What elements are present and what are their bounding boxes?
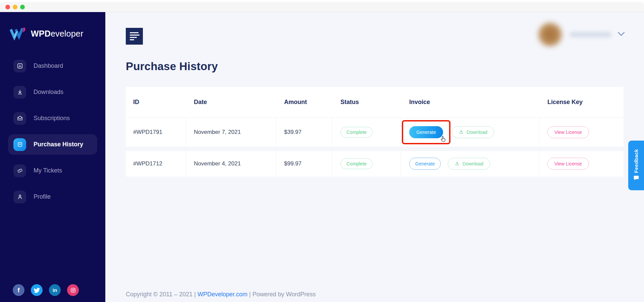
order-id: #WPD1712: [126, 151, 186, 177]
license-actions: View License: [539, 151, 624, 177]
profile-icon: [13, 191, 26, 203]
download-icon: [454, 161, 460, 167]
table-row: #WPD1791 November 7, 2021 $39.97 Complet…: [126, 118, 624, 147]
order-status: Complete: [332, 118, 401, 147]
feedback-label: Feedback: [633, 149, 639, 173]
sidebar-item-profile[interactable]: Profile: [8, 187, 97, 207]
close-window-button[interactable]: [5, 5, 10, 9]
sidebar-item-label: My Tickets: [34, 167, 62, 174]
footer: Copyright © 2011 – 2021 | WPDeveloper.co…: [126, 291, 316, 298]
brand-logo[interactable]: WPDeveloper: [9, 26, 105, 42]
download-icon: [459, 129, 464, 136]
avatar: [537, 21, 564, 48]
window: WPDeveloper Dashboard: [0, 2, 644, 302]
social-links: f in: [0, 284, 105, 302]
mouse-cursor-icon: [440, 135, 446, 144]
column-header-id: ID: [126, 87, 186, 117]
macos-titlebar: [0, 2, 644, 12]
linkedin-icon[interactable]: in: [49, 284, 61, 296]
table-header-row: ID Date Amount Status Invoice License Ke…: [126, 87, 624, 118]
user-name-blurred: [570, 32, 611, 37]
column-header-status: Status: [332, 87, 401, 117]
sidebar-item-label: Downloads: [34, 89, 63, 96]
order-date: November 4, 2021: [186, 151, 276, 177]
sidebar-toggle-button[interactable]: [126, 28, 143, 45]
sidebar-item-label: Purchase History: [34, 141, 83, 148]
facebook-icon[interactable]: f: [13, 284, 24, 296]
column-header-amount: Amount: [276, 87, 332, 117]
license-actions: View License: [539, 118, 624, 147]
sidebar-item-downloads[interactable]: Downloads: [8, 82, 97, 102]
powered-by-text: | Powered by WordPress: [248, 291, 316, 298]
sidebar-item-subscriptions[interactable]: Subscriptions: [8, 108, 97, 129]
dashboard-icon: [13, 60, 26, 72]
order-amount: $39.97: [276, 118, 332, 147]
sidebar-item-purchase-history[interactable]: Purchase History: [8, 134, 97, 155]
column-header-invoice: Invoice: [401, 87, 539, 117]
sidebar-item-label: Profile: [34, 193, 51, 200]
twitter-icon[interactable]: [31, 284, 43, 296]
column-header-date: Date: [186, 87, 276, 117]
highlight-annotation-box: Generate: [402, 120, 450, 144]
order-date: November 7, 2021: [186, 118, 276, 147]
purchase-history-icon: [13, 138, 26, 151]
brand-name: WPDeveloper: [31, 29, 83, 39]
sidebar-menu: Dashboard Downloads: [0, 56, 105, 213]
user-account-menu[interactable]: [537, 16, 625, 53]
invoice-actions: Generate Download: [401, 151, 539, 177]
view-license-button[interactable]: View License: [547, 126, 589, 138]
subscriptions-icon: [13, 112, 26, 125]
generate-invoice-button[interactable]: Generate: [409, 126, 443, 138]
download-invoice-button[interactable]: Download: [448, 158, 490, 170]
downloads-icon: [13, 86, 26, 99]
generate-invoice-button[interactable]: Generate: [409, 158, 441, 170]
chevron-down-icon: [618, 32, 625, 38]
page-title: Purchase History: [126, 60, 624, 73]
row-divider: [126, 147, 624, 151]
status-badge: Complete: [340, 158, 373, 169]
minimize-window-button[interactable]: [13, 5, 17, 9]
column-header-license-key: License Key: [539, 87, 624, 117]
zoom-window-button[interactable]: [20, 5, 25, 9]
sidebar: WPDeveloper Dashboard: [0, 12, 105, 302]
order-status: Complete: [332, 151, 401, 177]
invoice-actions: Generate: [401, 118, 539, 147]
view-license-button[interactable]: View License: [547, 158, 589, 170]
feedback-tab[interactable]: Feedback: [628, 141, 644, 190]
copyright-text: Copyright © 2011 – 2021 |: [126, 291, 198, 298]
table-row: #WPD1712 November 4, 2021 $99.97 Complet…: [126, 151, 624, 177]
ticket-icon: [13, 164, 26, 177]
status-badge: Complete: [340, 127, 373, 138]
order-id: #WPD1791: [126, 118, 186, 147]
wpdeveloper-link[interactable]: WPDeveloper.com: [198, 291, 248, 298]
download-invoice-button[interactable]: Download: [452, 126, 494, 138]
wpdeveloper-logo-icon: [9, 26, 27, 42]
sidebar-item-label: Dashboard: [34, 62, 63, 69]
purchase-history-table: ID Date Amount Status Invoice License Ke…: [126, 87, 624, 177]
order-amount: $99.97: [276, 151, 332, 177]
sidebar-item-my-tickets[interactable]: My Tickets: [8, 160, 97, 181]
main-content: Purchase History ID Date Amount Status I…: [105, 12, 644, 302]
sidebar-item-dashboard[interactable]: Dashboard: [8, 56, 97, 76]
instagram-icon[interactable]: [67, 284, 79, 296]
sidebar-item-label: Subscriptions: [34, 115, 70, 122]
speech-bubble-icon: [634, 175, 639, 182]
